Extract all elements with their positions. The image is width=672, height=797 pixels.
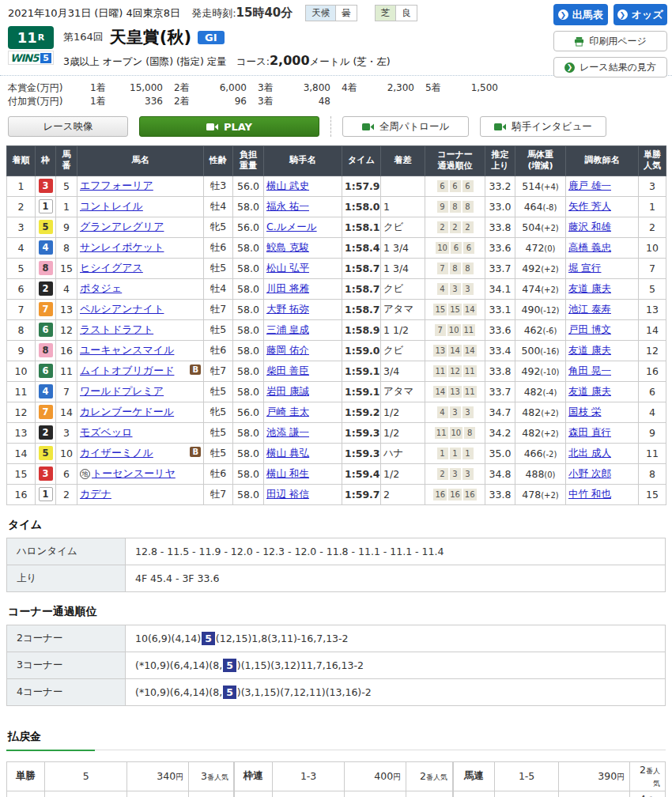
jockey-link[interactable]: 鮫島 克駿: [266, 241, 309, 253]
trainer-link[interactable]: 戸田 博文: [568, 323, 611, 335]
horse-link[interactable]: カイザーミノル: [80, 447, 153, 459]
results-guide-button[interactable]: ❯ レース結果の見方: [553, 57, 667, 77]
trainer-link[interactable]: 角田 晃一: [568, 365, 611, 376]
jockey-link[interactable]: 藤岡 佑介: [266, 344, 309, 356]
corner-positions: 433: [425, 402, 485, 422]
waku-badge: 1: [39, 487, 53, 501]
trainer-cell: 友道 康夫: [566, 381, 639, 402]
jockey-link[interactable]: 池添 謙一: [266, 426, 309, 438]
finish-time: 1:58.7: [342, 299, 381, 319]
horse-link[interactable]: ムイトオブリガード: [80, 365, 174, 376]
horse-weight-diff: (+4): [541, 183, 559, 191]
jockey-cell: 鮫島 克駿: [264, 237, 342, 258]
prize-place: 2着: [174, 81, 202, 95]
jockey-link[interactable]: C.ルメール: [266, 221, 317, 232]
horse-link[interactable]: カレンブーケドール: [80, 406, 174, 417]
column-header: 調教師名: [566, 146, 639, 176]
horse-weight-diff: (+2): [541, 491, 559, 500]
weather-label: 天候: [306, 6, 336, 21]
trainer-link[interactable]: 矢作 芳人: [568, 200, 611, 212]
corner-position-box: 16: [433, 489, 447, 500]
trainer-link[interactable]: 池江 泰寿: [568, 303, 611, 315]
corner-row-value: 10(6,9)(4,14)5(12,15)1,8(3,11)-16,7,13-2: [126, 625, 666, 652]
print-page-button[interactable]: 印刷用ページ: [553, 31, 667, 51]
horse-name-cell: グランアレグリア: [77, 217, 204, 237]
trainer-link[interactable]: 小野 次郎: [568, 467, 611, 479]
jockey-link[interactable]: 松山 弘平: [266, 262, 309, 274]
win-favorite-rank: 4: [639, 402, 666, 422]
trainer-link[interactable]: 森田 直行: [568, 426, 611, 438]
horse-link[interactable]: ラストドラフト: [80, 323, 153, 335]
jockey-interview-button[interactable]: 騎手インタビュー: [480, 116, 606, 137]
horse-name-cell: ワールドプレミア: [77, 381, 204, 402]
jockey-link[interactable]: 横山 典弘: [266, 447, 309, 459]
jockey-link[interactable]: 戸崎 圭太: [266, 406, 309, 417]
jockey-link[interactable]: 岩田 康誠: [266, 385, 309, 397]
horse-link[interactable]: ワールドプレミア: [80, 385, 164, 397]
corner-positions: 788: [425, 258, 485, 278]
horse-link[interactable]: ユーキャンスマイル: [80, 344, 174, 356]
finish-position: 14: [7, 443, 36, 463]
horse-link[interactable]: グランアレグリア: [80, 221, 164, 232]
horse-link[interactable]: ヒシイグアス: [80, 262, 143, 274]
corner-positions: 988: [425, 196, 485, 217]
horse-weight-diff: (0): [544, 470, 555, 479]
printer-icon: [574, 36, 584, 47]
trainer-link[interactable]: 友道 康夫: [568, 385, 611, 397]
jockey-link[interactable]: 田辺 裕信: [266, 488, 309, 500]
waku-cell: 4: [36, 381, 56, 402]
jockey-link[interactable]: 横山 和生: [266, 467, 309, 479]
horse-link[interactable]: ペルシアンナイト: [80, 303, 164, 315]
trainer-link[interactable]: 国枝 栄: [568, 406, 601, 417]
corner-position-box: 8: [462, 201, 474, 213]
jockey-link[interactable]: 三浦 皇成: [266, 323, 309, 335]
trainer-link[interactable]: 高橋 義忠: [568, 241, 611, 253]
race-video-button[interactable]: レース映像: [8, 116, 128, 137]
trainer-link[interactable]: 友道 康夫: [568, 344, 611, 356]
trainer-cell: 北出 成人: [566, 443, 639, 463]
horse-link[interactable]: カデナ: [80, 488, 111, 500]
patrol-video-button[interactable]: 全周パトロール: [342, 116, 469, 137]
results-guide-label: レース結果の見方: [580, 61, 656, 74]
horse-link[interactable]: ポタジェ: [80, 282, 122, 294]
horse-weight: 474(+2): [515, 278, 566, 299]
horse-number: 2: [56, 484, 77, 504]
payout-popularity: 2番人気: [406, 761, 453, 791]
horse-weight: 482(+2): [515, 422, 566, 443]
corner-position-box: 1: [437, 448, 448, 459]
horse-link[interactable]: モズベッロ: [80, 426, 133, 438]
result-row: 14510カイザーミノルB牡558.0横山 典弘1:59.3ハナ11135.04…: [7, 443, 666, 463]
prize-amount: 1,500: [454, 81, 498, 95]
waku-badge: 6: [39, 323, 53, 337]
horse-link[interactable]: サンレイポケット: [80, 241, 164, 253]
horse-weight-diff: (-16): [540, 347, 559, 356]
trainer-link[interactable]: 友道 康夫: [568, 282, 611, 294]
horse-link[interactable]: エフフォーリア: [80, 179, 153, 191]
trainer-link[interactable]: 中竹 和也: [568, 488, 611, 500]
trainer-link[interactable]: 鹿戸 雄一: [568, 179, 611, 191]
sex-age: 牡4: [204, 196, 233, 217]
jockey-link[interactable]: 大野 拓弥: [266, 303, 309, 315]
jockey-link[interactable]: 柴田 善臣: [266, 365, 309, 376]
horse-weight: 464(-8): [515, 196, 566, 217]
jockey-link[interactable]: 横山 武史: [266, 179, 309, 191]
result-row: 5815ヒシイグアス牡558.0松山 弘平1:58.71 3/478833.74…: [7, 258, 666, 278]
margin: クビ: [381, 217, 425, 237]
sex-age: 牡5: [204, 258, 233, 278]
finish-position: 5: [7, 258, 36, 278]
play-button[interactable]: PLAY: [139, 116, 319, 137]
horse-link[interactable]: コントレイル: [80, 200, 143, 212]
trainer-link[interactable]: 堀 宣行: [568, 262, 601, 274]
horse-link[interactable]: トーセンスーリヤ: [92, 467, 176, 479]
jockey-link[interactable]: 川田 将雅: [266, 282, 309, 294]
payout-row: 枠連1-3400円2番人気: [234, 761, 452, 791]
trainer-cell: 池江 泰寿: [566, 299, 639, 319]
jockey-link[interactable]: 福永 祐一: [266, 200, 309, 212]
trainer-link[interactable]: 藤沢 和雄: [568, 221, 611, 232]
trainer-link[interactable]: 北出 成人: [568, 447, 611, 459]
odds-button[interactable]: ❯ オッズ: [613, 4, 668, 25]
prize-place: 1着: [90, 81, 119, 95]
waku-badge: 3: [39, 179, 53, 193]
entry-table-button[interactable]: ❯ 出馬表: [553, 4, 608, 25]
prize-row-label: 付加賞(万円): [8, 95, 90, 108]
